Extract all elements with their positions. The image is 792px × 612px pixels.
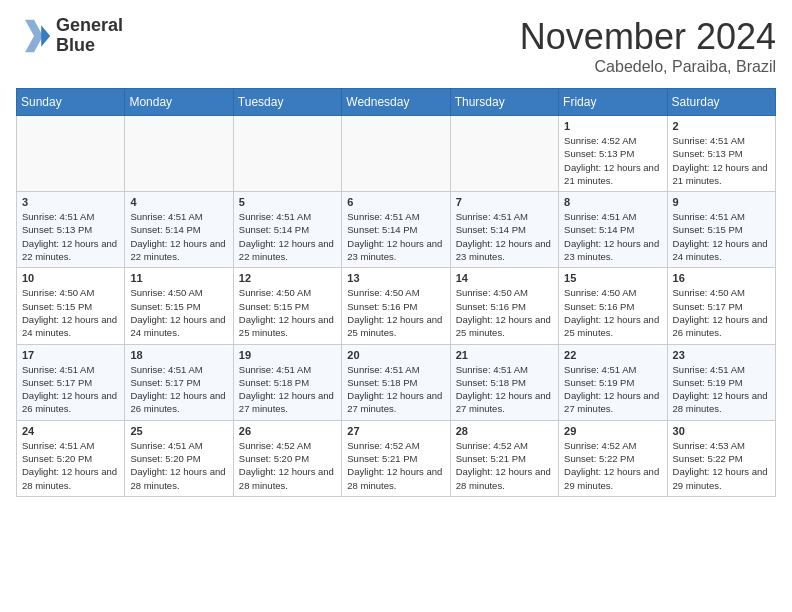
weekday-header-monday: Monday bbox=[125, 89, 233, 116]
calendar-day: 16Sunrise: 4:50 AM Sunset: 5:17 PM Dayli… bbox=[667, 268, 775, 344]
calendar-day: 7Sunrise: 4:51 AM Sunset: 5:14 PM Daylig… bbox=[450, 192, 558, 268]
weekday-header-sunday: Sunday bbox=[17, 89, 125, 116]
calendar-day: 17Sunrise: 4:51 AM Sunset: 5:17 PM Dayli… bbox=[17, 344, 125, 420]
calendar-day: 13Sunrise: 4:50 AM Sunset: 5:16 PM Dayli… bbox=[342, 268, 450, 344]
weekday-header-friday: Friday bbox=[559, 89, 667, 116]
calendar-day: 8Sunrise: 4:51 AM Sunset: 5:14 PM Daylig… bbox=[559, 192, 667, 268]
svg-marker-1 bbox=[25, 20, 43, 52]
day-number: 28 bbox=[456, 425, 553, 437]
day-number: 2 bbox=[673, 120, 770, 132]
day-number: 26 bbox=[239, 425, 336, 437]
day-number: 10 bbox=[22, 272, 119, 284]
location: Cabedelo, Paraiba, Brazil bbox=[520, 58, 776, 76]
day-info: Sunrise: 4:52 AM Sunset: 5:22 PM Dayligh… bbox=[564, 439, 661, 492]
weekday-header-row: SundayMondayTuesdayWednesdayThursdayFrid… bbox=[17, 89, 776, 116]
calendar-day bbox=[450, 116, 558, 192]
calendar-table: SundayMondayTuesdayWednesdayThursdayFrid… bbox=[16, 88, 776, 497]
day-number: 1 bbox=[564, 120, 661, 132]
calendar-day: 20Sunrise: 4:51 AM Sunset: 5:18 PM Dayli… bbox=[342, 344, 450, 420]
calendar-day: 21Sunrise: 4:51 AM Sunset: 5:18 PM Dayli… bbox=[450, 344, 558, 420]
day-number: 21 bbox=[456, 349, 553, 361]
calendar-day: 6Sunrise: 4:51 AM Sunset: 5:14 PM Daylig… bbox=[342, 192, 450, 268]
day-number: 4 bbox=[130, 196, 227, 208]
calendar-week-2: 3Sunrise: 4:51 AM Sunset: 5:13 PM Daylig… bbox=[17, 192, 776, 268]
day-info: Sunrise: 4:50 AM Sunset: 5:16 PM Dayligh… bbox=[564, 286, 661, 339]
day-number: 16 bbox=[673, 272, 770, 284]
day-info: Sunrise: 4:51 AM Sunset: 5:20 PM Dayligh… bbox=[22, 439, 119, 492]
day-info: Sunrise: 4:51 AM Sunset: 5:17 PM Dayligh… bbox=[22, 363, 119, 416]
logo-text: General Blue bbox=[56, 16, 123, 56]
page-header: General Blue November 2024 Cabedelo, Par… bbox=[16, 16, 776, 76]
day-number: 22 bbox=[564, 349, 661, 361]
day-number: 17 bbox=[22, 349, 119, 361]
day-info: Sunrise: 4:51 AM Sunset: 5:15 PM Dayligh… bbox=[673, 210, 770, 263]
logo-icon bbox=[16, 18, 52, 54]
day-number: 14 bbox=[456, 272, 553, 284]
day-number: 29 bbox=[564, 425, 661, 437]
day-info: Sunrise: 4:51 AM Sunset: 5:19 PM Dayligh… bbox=[564, 363, 661, 416]
day-info: Sunrise: 4:52 AM Sunset: 5:21 PM Dayligh… bbox=[456, 439, 553, 492]
day-info: Sunrise: 4:51 AM Sunset: 5:18 PM Dayligh… bbox=[239, 363, 336, 416]
calendar-week-4: 17Sunrise: 4:51 AM Sunset: 5:17 PM Dayli… bbox=[17, 344, 776, 420]
day-number: 12 bbox=[239, 272, 336, 284]
calendar-day: 14Sunrise: 4:50 AM Sunset: 5:16 PM Dayli… bbox=[450, 268, 558, 344]
logo: General Blue bbox=[16, 16, 123, 56]
day-number: 23 bbox=[673, 349, 770, 361]
calendar-day bbox=[233, 116, 341, 192]
calendar-day bbox=[342, 116, 450, 192]
day-number: 27 bbox=[347, 425, 444, 437]
calendar-day: 29Sunrise: 4:52 AM Sunset: 5:22 PM Dayli… bbox=[559, 420, 667, 496]
title-block: November 2024 Cabedelo, Paraiba, Brazil bbox=[520, 16, 776, 76]
day-info: Sunrise: 4:50 AM Sunset: 5:15 PM Dayligh… bbox=[130, 286, 227, 339]
calendar-week-5: 24Sunrise: 4:51 AM Sunset: 5:20 PM Dayli… bbox=[17, 420, 776, 496]
calendar-day: 3Sunrise: 4:51 AM Sunset: 5:13 PM Daylig… bbox=[17, 192, 125, 268]
calendar-day: 4Sunrise: 4:51 AM Sunset: 5:14 PM Daylig… bbox=[125, 192, 233, 268]
day-number: 7 bbox=[456, 196, 553, 208]
calendar-day: 1Sunrise: 4:52 AM Sunset: 5:13 PM Daylig… bbox=[559, 116, 667, 192]
calendar-day: 28Sunrise: 4:52 AM Sunset: 5:21 PM Dayli… bbox=[450, 420, 558, 496]
day-info: Sunrise: 4:51 AM Sunset: 5:13 PM Dayligh… bbox=[22, 210, 119, 263]
day-info: Sunrise: 4:51 AM Sunset: 5:20 PM Dayligh… bbox=[130, 439, 227, 492]
month-title: November 2024 bbox=[520, 16, 776, 58]
calendar-day: 2Sunrise: 4:51 AM Sunset: 5:13 PM Daylig… bbox=[667, 116, 775, 192]
calendar-day: 5Sunrise: 4:51 AM Sunset: 5:14 PM Daylig… bbox=[233, 192, 341, 268]
day-number: 19 bbox=[239, 349, 336, 361]
day-info: Sunrise: 4:51 AM Sunset: 5:19 PM Dayligh… bbox=[673, 363, 770, 416]
calendar-day: 15Sunrise: 4:50 AM Sunset: 5:16 PM Dayli… bbox=[559, 268, 667, 344]
day-info: Sunrise: 4:51 AM Sunset: 5:18 PM Dayligh… bbox=[456, 363, 553, 416]
day-info: Sunrise: 4:53 AM Sunset: 5:22 PM Dayligh… bbox=[673, 439, 770, 492]
weekday-header-thursday: Thursday bbox=[450, 89, 558, 116]
calendar-day: 18Sunrise: 4:51 AM Sunset: 5:17 PM Dayli… bbox=[125, 344, 233, 420]
day-info: Sunrise: 4:51 AM Sunset: 5:14 PM Dayligh… bbox=[130, 210, 227, 263]
calendar-week-3: 10Sunrise: 4:50 AM Sunset: 5:15 PM Dayli… bbox=[17, 268, 776, 344]
calendar-day: 11Sunrise: 4:50 AM Sunset: 5:15 PM Dayli… bbox=[125, 268, 233, 344]
day-number: 20 bbox=[347, 349, 444, 361]
day-info: Sunrise: 4:51 AM Sunset: 5:14 PM Dayligh… bbox=[456, 210, 553, 263]
calendar-day: 26Sunrise: 4:52 AM Sunset: 5:20 PM Dayli… bbox=[233, 420, 341, 496]
day-number: 3 bbox=[22, 196, 119, 208]
day-info: Sunrise: 4:51 AM Sunset: 5:13 PM Dayligh… bbox=[673, 134, 770, 187]
day-info: Sunrise: 4:51 AM Sunset: 5:17 PM Dayligh… bbox=[130, 363, 227, 416]
calendar-day: 9Sunrise: 4:51 AM Sunset: 5:15 PM Daylig… bbox=[667, 192, 775, 268]
day-info: Sunrise: 4:52 AM Sunset: 5:13 PM Dayligh… bbox=[564, 134, 661, 187]
day-number: 25 bbox=[130, 425, 227, 437]
day-number: 11 bbox=[130, 272, 227, 284]
day-number: 15 bbox=[564, 272, 661, 284]
day-info: Sunrise: 4:52 AM Sunset: 5:21 PM Dayligh… bbox=[347, 439, 444, 492]
calendar-day: 30Sunrise: 4:53 AM Sunset: 5:22 PM Dayli… bbox=[667, 420, 775, 496]
day-number: 30 bbox=[673, 425, 770, 437]
day-info: Sunrise: 4:50 AM Sunset: 5:15 PM Dayligh… bbox=[22, 286, 119, 339]
weekday-header-wednesday: Wednesday bbox=[342, 89, 450, 116]
day-info: Sunrise: 4:51 AM Sunset: 5:18 PM Dayligh… bbox=[347, 363, 444, 416]
day-info: Sunrise: 4:50 AM Sunset: 5:15 PM Dayligh… bbox=[239, 286, 336, 339]
calendar-day: 22Sunrise: 4:51 AM Sunset: 5:19 PM Dayli… bbox=[559, 344, 667, 420]
calendar-day: 10Sunrise: 4:50 AM Sunset: 5:15 PM Dayli… bbox=[17, 268, 125, 344]
day-info: Sunrise: 4:52 AM Sunset: 5:20 PM Dayligh… bbox=[239, 439, 336, 492]
day-number: 6 bbox=[347, 196, 444, 208]
day-info: Sunrise: 4:51 AM Sunset: 5:14 PM Dayligh… bbox=[239, 210, 336, 263]
day-number: 24 bbox=[22, 425, 119, 437]
day-number: 8 bbox=[564, 196, 661, 208]
day-number: 9 bbox=[673, 196, 770, 208]
calendar-day bbox=[17, 116, 125, 192]
calendar-day bbox=[125, 116, 233, 192]
